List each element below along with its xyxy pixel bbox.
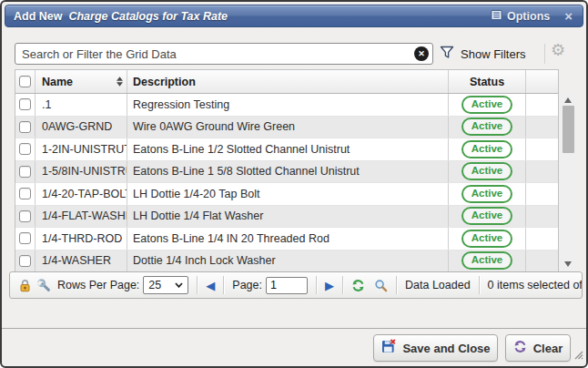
resize-grip[interactable] bbox=[572, 347, 583, 363]
row-name: 1/4-FLAT-WASHER bbox=[35, 206, 127, 228]
column-header-extra bbox=[525, 70, 558, 93]
table-row[interactable]: 1/4-THRD-ROD Eatons B-Line 1/4 IN 20 Thr… bbox=[15, 228, 558, 250]
lock-icon[interactable] bbox=[18, 279, 32, 292]
column-header-name[interactable]: Name bbox=[35, 70, 127, 93]
table-row[interactable]: .1 Regression Testing Active bbox=[15, 94, 558, 117]
dialog-titlebar[interactable]: Add New Charge Catalogs for Tax Rate Opt… bbox=[5, 5, 583, 27]
row-checkbox[interactable] bbox=[19, 121, 31, 133]
row-checkbox[interactable] bbox=[19, 143, 31, 155]
row-description: Dottie 1/4 Inch Lock Washer bbox=[127, 250, 448, 272]
clear-refresh-icon bbox=[513, 340, 527, 356]
row-name: 1/4-20-TAP-BOLT bbox=[35, 183, 127, 205]
row-description: Eatons B-Line 1 5/8 Slotted Channel Unis… bbox=[127, 161, 448, 183]
row-checkbox[interactable] bbox=[19, 188, 31, 199]
rows-per-page-value: 25 bbox=[148, 279, 161, 291]
options-list-icon bbox=[491, 9, 502, 24]
row-name: 1-2IN-UNISTRUT bbox=[35, 138, 127, 160]
footer-divider bbox=[2, 328, 586, 329]
grid-body: .1 Regression Testing Active 0AWG-GRND W… bbox=[15, 94, 558, 271]
pager-toolbar: Rows Per Page: 25 ◀ Page: ▶ D bbox=[9, 271, 583, 299]
table-row[interactable]: 1-2IN-UNISTRUT Eatons B-Line 1/2 Slotted… bbox=[15, 138, 558, 161]
scroll-down-icon[interactable] bbox=[564, 261, 572, 267]
filter-funnel-icon bbox=[440, 46, 454, 63]
column-header-description[interactable]: Description bbox=[127, 70, 448, 93]
page-input[interactable] bbox=[266, 277, 308, 294]
previous-page-button[interactable]: ◀ bbox=[206, 279, 215, 292]
page-label: Page: bbox=[232, 279, 262, 291]
select-all-checkbox[interactable] bbox=[19, 76, 31, 87]
row-name: .1 bbox=[35, 94, 127, 116]
status-badge: Active bbox=[461, 185, 513, 203]
catalog-grid: Name Description Status .1 Regression Te… bbox=[15, 69, 559, 271]
add-charge-catalogs-dialog: Add New Charge Catalogs for Tax Rate Opt… bbox=[0, 0, 588, 368]
sort-icon[interactable] bbox=[117, 77, 123, 87]
search-input[interactable] bbox=[15, 43, 433, 65]
dialog-title-emphasis: Charge Catalogs for Tax Rate bbox=[66, 10, 228, 23]
row-description: Wire 0AWG Ground Wire Green bbox=[127, 117, 448, 138]
status-badge: Active bbox=[461, 230, 513, 248]
row-checkbox[interactable] bbox=[19, 166, 31, 178]
scroll-up-icon[interactable] bbox=[564, 97, 572, 103]
table-row[interactable]: 1/4-FLAT-WASHER LH Dottie 1/4 Flat Washe… bbox=[15, 206, 558, 229]
row-name: 1/4-THRD-ROD bbox=[35, 228, 127, 250]
options-button[interactable]: Options bbox=[491, 9, 550, 24]
table-row[interactable]: 1-5/8IN-UNISTRUT Eatons B-Line 1 5/8 Slo… bbox=[15, 161, 558, 184]
vertical-scrollbar[interactable] bbox=[562, 93, 575, 271]
status-badge: Active bbox=[461, 207, 513, 225]
toolbar-separator bbox=[544, 44, 545, 64]
save-and-close-label: Save and Close bbox=[402, 342, 490, 355]
status-badge: Active bbox=[461, 162, 513, 180]
row-description: Eatons B-Line 1/2 Slotted Channel Unistr… bbox=[127, 138, 448, 160]
rows-per-page-select[interactable]: 25 bbox=[143, 276, 188, 294]
show-filters-button[interactable]: Show Filters bbox=[440, 44, 526, 64]
column-header-status[interactable]: Status bbox=[448, 70, 525, 93]
grid-header-row: Name Description Status bbox=[15, 70, 558, 94]
rows-per-page-label: Rows Per Page: bbox=[57, 279, 139, 291]
show-filters-label: Show Filters bbox=[461, 47, 526, 61]
row-checkbox[interactable] bbox=[19, 232, 31, 244]
table-row[interactable]: 0AWG-GRND Wire 0AWG Ground Wire Green Ac… bbox=[15, 117, 558, 139]
status-badge: Active bbox=[461, 118, 513, 136]
refresh-icon[interactable] bbox=[351, 279, 365, 292]
gear-icon[interactable]: ⚙ bbox=[551, 40, 565, 59]
dialog-title-prefix: Add New bbox=[14, 10, 62, 23]
wrench-icon[interactable] bbox=[37, 279, 51, 292]
dialog-title: Add New Charge Catalogs for Tax Rate bbox=[14, 10, 228, 23]
row-description: Eatons B-Line 1/4 IN 20 Threaded Rod bbox=[127, 228, 448, 250]
status-badge: Active bbox=[461, 96, 513, 114]
status-badge: Active bbox=[461, 251, 513, 270]
selection-count: 0 items selected of bbox=[488, 279, 583, 291]
save-icon bbox=[380, 339, 396, 357]
options-label: Options bbox=[507, 10, 550, 23]
scrollbar-thumb[interactable] bbox=[563, 106, 574, 153]
clear-label: Clear bbox=[533, 342, 563, 355]
next-page-button[interactable]: ▶ bbox=[325, 279, 334, 292]
search-grid-icon[interactable] bbox=[374, 279, 388, 292]
row-checkbox[interactable] bbox=[19, 98, 31, 110]
row-description: Regression Testing bbox=[127, 94, 448, 116]
row-name: 1/4-WASHER bbox=[35, 250, 127, 272]
save-and-close-button[interactable]: Save and Close bbox=[373, 334, 498, 362]
close-icon[interactable]: × bbox=[564, 9, 573, 23]
status-badge: Active bbox=[461, 140, 513, 158]
row-description: LH Dottie 1/4 Flat Washer bbox=[127, 206, 448, 228]
row-name: 0AWG-GRND bbox=[35, 117, 127, 138]
row-name: 1-5/8IN-UNISTRUT bbox=[35, 161, 127, 183]
row-checkbox[interactable] bbox=[19, 210, 31, 222]
table-row[interactable]: 1/4-20-TAP-BOLT LH Dottie 1/4-20 Tap Bol… bbox=[15, 183, 558, 206]
chevron-down-icon bbox=[175, 282, 183, 288]
clear-search-icon[interactable]: ✕ bbox=[414, 46, 429, 61]
clear-button[interactable]: Clear bbox=[505, 334, 571, 362]
table-row[interactable]: 1/4-WASHER Dottie 1/4 Inch Lock Washer A… bbox=[15, 250, 558, 272]
row-description: LH Dottie 1/4-20 Tap Bolt bbox=[127, 183, 448, 205]
row-checkbox[interactable] bbox=[19, 255, 31, 267]
data-loaded-status: Data Loaded bbox=[405, 279, 471, 291]
